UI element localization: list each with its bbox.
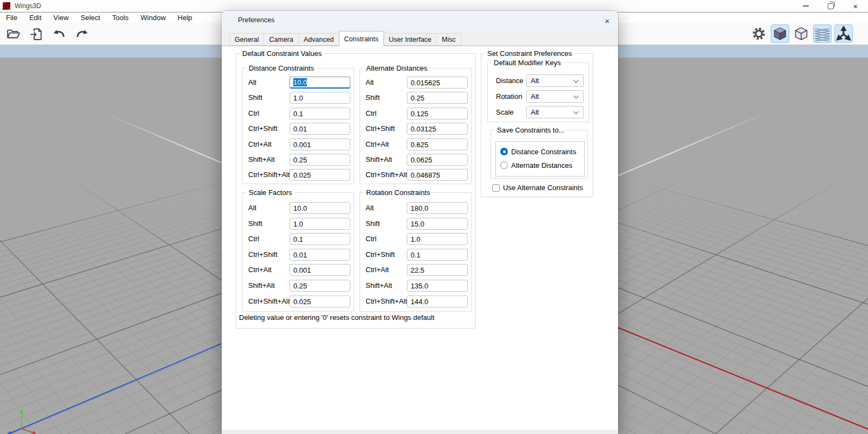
group-legend: Alternate Distances bbox=[364, 64, 430, 72]
row-label: Shift+Alt bbox=[366, 280, 392, 292]
input-scale-factors-ctrl[interactable] bbox=[290, 233, 350, 245]
combo-scale-modifier[interactable]: Alt bbox=[526, 106, 584, 118]
row-label: Ctrl+Shift bbox=[248, 249, 278, 261]
input-alternate-distances-ctrl-alt[interactable] bbox=[407, 139, 468, 150]
row-label: Ctrl bbox=[248, 233, 259, 245]
row-label: Ctrl+Shift bbox=[248, 123, 278, 135]
row-label: Alt bbox=[366, 202, 374, 214]
input-alternate-distances-alt[interactable] bbox=[407, 77, 468, 89]
radio-row-distance-constraints[interactable]: Distance Constraints bbox=[500, 147, 576, 156]
input-rotation-constraints-alt[interactable] bbox=[407, 202, 468, 214]
input-rotation-constraints-shift[interactable] bbox=[407, 218, 468, 230]
use-alternate-constraints-row[interactable]: Use Alternate Constraints bbox=[492, 184, 583, 192]
row-label: Alt bbox=[248, 202, 256, 214]
input-distance-constraints-ctrl-shift[interactable] bbox=[290, 123, 350, 135]
input-rotation-constraints-ctrl-shift[interactable] bbox=[407, 249, 468, 261]
dialog-close-button[interactable]: × bbox=[601, 15, 613, 27]
input-distance-constraints-alt[interactable]: 10.0 bbox=[290, 77, 350, 89]
row-label: Ctrl+Alt bbox=[366, 264, 389, 276]
minimize-button[interactable] bbox=[793, 0, 818, 12]
tab-misc[interactable]: Misc bbox=[436, 33, 461, 46]
row-label: Shift+Alt bbox=[248, 280, 275, 292]
wings3d-window: Wings3D × FileEditViewSelectToolsWindowH… bbox=[0, 0, 868, 434]
input-alternate-distances-ctrl[interactable] bbox=[407, 108, 468, 119]
undo-button[interactable] bbox=[50, 25, 68, 43]
input-scale-factors-ctrl-shift[interactable] bbox=[290, 249, 350, 261]
preferences-gear-button[interactable] bbox=[750, 24, 768, 43]
open-file-button[interactable] bbox=[4, 25, 23, 43]
input-distance-constraints-shift-alt[interactable] bbox=[290, 154, 350, 166]
row-label: Ctrl+Shift bbox=[366, 123, 395, 135]
menu-window[interactable]: Window bbox=[135, 12, 172, 23]
input-scale-factors-shift[interactable] bbox=[290, 218, 350, 230]
row-label: Ctrl+Shift+Alt bbox=[248, 169, 290, 181]
import-file-button[interactable] bbox=[27, 25, 46, 43]
row-label: Ctrl+Shift+Alt bbox=[366, 169, 407, 181]
maximize-button[interactable] bbox=[818, 0, 843, 12]
tab-constraints[interactable]: Constraints bbox=[339, 31, 384, 46]
redo-button[interactable] bbox=[73, 25, 91, 43]
combo-distance-modifier[interactable]: Alt bbox=[526, 74, 584, 87]
group-default-modifier-keys: Default Modifier Keys DistanceAltRotatio… bbox=[487, 62, 589, 122]
use-alternate-constraints-checkbox[interactable] bbox=[492, 184, 500, 192]
shaded-view-button[interactable] bbox=[771, 24, 789, 43]
group-distance-constraints: Distance ConstraintsAlt10.0ShiftCtrlCtrl… bbox=[242, 68, 354, 184]
dialog-content: Default Constraint Values Deleting value… bbox=[222, 46, 618, 430]
radio-alternate-distances[interactable] bbox=[500, 161, 508, 169]
wireframe-cube-icon bbox=[794, 26, 809, 41]
undo-arrow-icon bbox=[52, 27, 66, 41]
input-rotation-constraints-shift-alt[interactable] bbox=[407, 280, 468, 292]
group-legend: Rotation Constraints bbox=[364, 188, 432, 197]
group-legend: Default Constraint Values bbox=[240, 49, 324, 58]
dialog-tabs: GeneralCameraAdvancedConstraintsUser Int… bbox=[229, 32, 461, 46]
input-scale-factors-alt[interactable] bbox=[290, 202, 350, 214]
row-label: Ctrl+Alt bbox=[366, 139, 389, 150]
tab-user-interface[interactable]: User Interface bbox=[383, 33, 437, 46]
wireframe-view-button[interactable] bbox=[792, 24, 810, 43]
menu-view[interactable]: View bbox=[47, 12, 74, 23]
input-distance-constraints-ctrl-shift-alt[interactable] bbox=[290, 169, 350, 181]
input-rotation-constraints-ctrl-shift-alt[interactable] bbox=[407, 295, 468, 307]
show-ground-grid-button[interactable] bbox=[813, 24, 832, 43]
group-scale-factors: Scale FactorsAltShiftCtrlCtrl+ShiftCtrl+… bbox=[242, 192, 354, 312]
maximize-icon bbox=[828, 3, 834, 9]
radio-row-alternate-distances[interactable]: Alternate Distances bbox=[500, 160, 573, 170]
tab-advanced[interactable]: Advanced bbox=[298, 33, 339, 46]
input-scale-factors-ctrl-shift-alt[interactable] bbox=[290, 295, 350, 307]
radio-label: Alternate Distances bbox=[511, 161, 573, 169]
menu-edit[interactable]: Edit bbox=[23, 12, 47, 23]
input-alternate-distances-ctrl-shift[interactable] bbox=[407, 123, 468, 135]
tab-camera[interactable]: Camera bbox=[263, 33, 298, 46]
axes-icon bbox=[836, 26, 851, 41]
input-distance-constraints-ctrl[interactable] bbox=[290, 108, 350, 119]
input-alternate-distances-ctrl-shift-alt[interactable] bbox=[407, 169, 468, 181]
input-alternate-distances-shift[interactable] bbox=[407, 92, 468, 104]
menu-help[interactable]: Help bbox=[172, 12, 198, 23]
group-default-constraint-values: Default Constraint Values Deleting value… bbox=[236, 53, 476, 329]
group-alternate-distances: Alternate DistancesAltShiftCtrlCtrl+Shif… bbox=[360, 68, 471, 184]
redo-arrow-icon bbox=[75, 27, 89, 41]
input-alternate-distances-shift-alt[interactable] bbox=[407, 154, 468, 166]
group-legend: Set Constraint Preferences bbox=[485, 49, 574, 58]
combo-rotation-modifier[interactable]: Alt bbox=[526, 90, 584, 103]
show-axes-button[interactable] bbox=[834, 24, 853, 43]
ground-grid-icon bbox=[815, 26, 830, 41]
gear-icon bbox=[751, 26, 766, 41]
dialog-titlebar[interactable]: Preferences × bbox=[222, 11, 618, 29]
radio-label: Distance Constraints bbox=[511, 148, 576, 156]
input-scale-factors-ctrl-alt[interactable] bbox=[290, 264, 350, 276]
input-distance-constraints-ctrl-alt[interactable] bbox=[290, 139, 350, 150]
window-titlebar: Wings3D × bbox=[0, 0, 868, 12]
input-rotation-constraints-ctrl-alt[interactable] bbox=[407, 264, 468, 276]
menu-select[interactable]: Select bbox=[74, 12, 106, 23]
row-label: Scale bbox=[496, 106, 514, 118]
input-scale-factors-shift-alt[interactable] bbox=[290, 280, 350, 292]
input-rotation-constraints-ctrl[interactable] bbox=[407, 233, 468, 245]
row-label: Ctrl+Shift bbox=[366, 249, 395, 261]
input-distance-constraints-shift[interactable] bbox=[290, 92, 350, 104]
tab-general[interactable]: General bbox=[229, 33, 264, 46]
close-button[interactable]: × bbox=[843, 0, 868, 12]
menu-tools[interactable]: Tools bbox=[106, 12, 134, 23]
menu-file[interactable]: File bbox=[0, 12, 23, 23]
radio-distance-constraints[interactable] bbox=[500, 148, 508, 155]
